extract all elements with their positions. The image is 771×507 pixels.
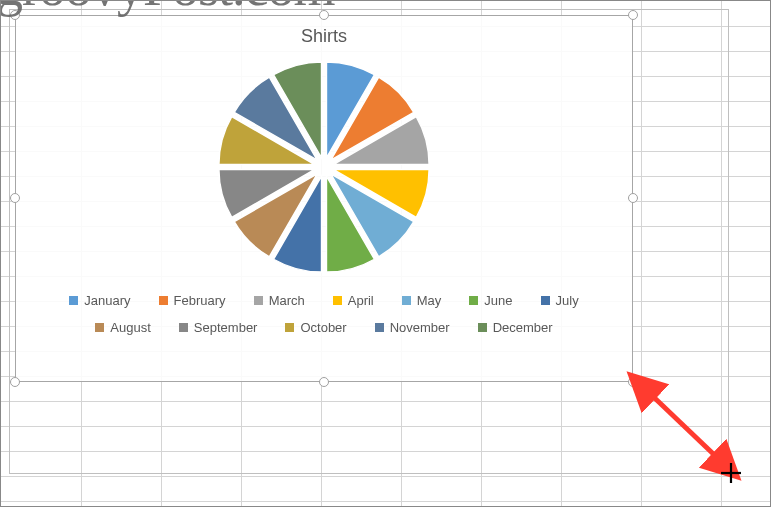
- legend-label: December: [493, 320, 553, 335]
- swatch-icon: [179, 323, 188, 332]
- resize-handle-bm[interactable]: [319, 377, 329, 387]
- chart-title[interactable]: Shirts: [16, 26, 632, 47]
- legend-label: November: [390, 320, 450, 335]
- legend-item-may[interactable]: May: [402, 293, 442, 308]
- resize-handle-tr[interactable]: [628, 10, 638, 20]
- swatch-icon: [541, 296, 550, 305]
- resize-handle-tl[interactable]: [10, 10, 20, 20]
- swatch-icon: [285, 323, 294, 332]
- resize-handle-mr[interactable]: [628, 193, 638, 203]
- swatch-icon: [375, 323, 384, 332]
- legend-label: January: [84, 293, 130, 308]
- legend-label: March: [269, 293, 305, 308]
- legend-item-september[interactable]: September: [179, 320, 258, 335]
- legend-label: July: [556, 293, 579, 308]
- legend-label: April: [348, 293, 374, 308]
- pie-plot-area[interactable]: [16, 47, 632, 287]
- resize-handle-br[interactable]: [628, 377, 638, 387]
- pie-chart[interactable]: [209, 52, 439, 282]
- legend-item-december[interactable]: December: [478, 320, 553, 335]
- legend-item-april[interactable]: April: [333, 293, 374, 308]
- swatch-icon: [254, 296, 263, 305]
- resize-handle-bl[interactable]: [10, 377, 20, 387]
- swatch-icon: [469, 296, 478, 305]
- swatch-icon: [159, 296, 168, 305]
- swatch-icon: [69, 296, 78, 305]
- legend-label: June: [484, 293, 512, 308]
- legend-item-february[interactable]: February: [159, 293, 226, 308]
- legend-label: August: [110, 320, 150, 335]
- legend-item-july[interactable]: July: [541, 293, 579, 308]
- legend-item-june[interactable]: June: [469, 293, 512, 308]
- chart-legend[interactable]: January February March April May June Ju…: [16, 287, 632, 351]
- swatch-icon: [402, 296, 411, 305]
- legend-label: September: [194, 320, 258, 335]
- swatch-icon: [333, 296, 342, 305]
- legend-label: October: [300, 320, 346, 335]
- resize-handle-ml[interactable]: [10, 193, 20, 203]
- swatch-icon: [95, 323, 104, 332]
- legend-item-august[interactable]: August: [95, 320, 150, 335]
- legend-item-october[interactable]: October: [285, 320, 346, 335]
- resize-handle-tm[interactable]: [319, 10, 329, 20]
- legend-label: May: [417, 293, 442, 308]
- chart-object[interactable]: Shirts January February March April May …: [15, 15, 633, 382]
- legend-item-november[interactable]: November: [375, 320, 450, 335]
- legend-item-march[interactable]: March: [254, 293, 305, 308]
- swatch-icon: [478, 323, 487, 332]
- legend-label: February: [174, 293, 226, 308]
- legend-item-january[interactable]: January: [69, 293, 130, 308]
